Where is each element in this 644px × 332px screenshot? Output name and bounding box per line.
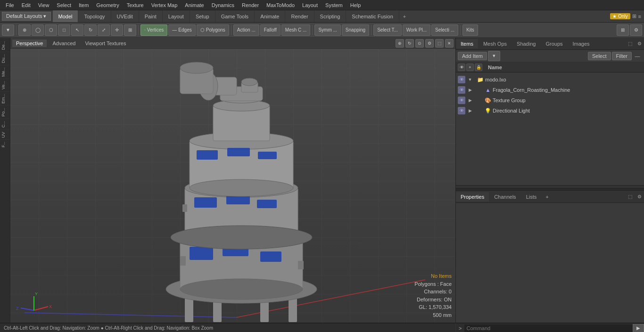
add-item-dropdown[interactable]: ▾ bbox=[488, 51, 500, 61]
layout-expand-icon[interactable]: ⊞ bbox=[632, 13, 636, 19]
menu-select[interactable]: Select bbox=[53, 1, 75, 9]
panel-tab-mesh-ops[interactable]: Mesh Ops bbox=[479, 39, 512, 49]
tree-eye-modo[interactable]: 👁 bbox=[458, 76, 465, 83]
menu-texture[interactable]: Texture bbox=[123, 1, 148, 9]
select-button[interactable]: Select bbox=[588, 52, 611, 60]
select-item-button[interactable]: Selecti ... bbox=[431, 24, 458, 36]
menu-animate[interactable]: Animate bbox=[181, 1, 207, 9]
component-vertices[interactable]: · Vertices bbox=[140, 24, 167, 36]
panel-settings-icon[interactable]: ⚙ bbox=[635, 38, 644, 50]
vp-ctrl-close[interactable]: ✕ bbox=[445, 39, 454, 48]
tab-scripting[interactable]: Scripting bbox=[314, 10, 347, 22]
vp-ctrl-zoom[interactable]: ⊙ bbox=[415, 39, 424, 48]
props-tab-lists[interactable]: Lists bbox=[521, 192, 542, 202]
tree-item-modo-lxo[interactable]: 👁 ▼ 📁 modo.lxo bbox=[456, 74, 644, 85]
sidebar-tab-c[interactable]: C... bbox=[0, 119, 10, 130]
vp-ctrl-expand[interactable]: ⬚ bbox=[435, 39, 444, 48]
tree-arrow-fragola[interactable]: ▶ bbox=[466, 88, 474, 92]
vp-ctrl-settings[interactable]: ⚙ bbox=[425, 39, 434, 48]
tool-scale[interactable]: ⤢ bbox=[98, 24, 110, 36]
tab-schematic-fusion[interactable]: Schematic Fusion bbox=[346, 10, 399, 22]
layout-dropdown[interactable]: Default Layouts ▾ bbox=[2, 12, 51, 21]
props-tab-properties[interactable]: Properties bbox=[456, 192, 489, 202]
tree-item-fragola[interactable]: 👁 ▶ ▲ Fragola_Corn_Roasting_Machine bbox=[456, 85, 644, 95]
filter-button[interactable]: Filter bbox=[612, 52, 632, 60]
menu-geometry[interactable]: Geometry bbox=[92, 1, 123, 9]
panel-tab-shading[interactable]: Shading bbox=[512, 39, 541, 49]
col-visibility-icon[interactable]: 👁 bbox=[458, 64, 465, 71]
tab-animate[interactable]: Animate bbox=[255, 10, 285, 22]
layout-settings-icon[interactable]: ≡ bbox=[638, 14, 641, 19]
tab-render[interactable]: Render bbox=[285, 10, 314, 22]
menu-item[interactable]: Item bbox=[75, 1, 92, 9]
props-tab-channels[interactable]: Channels bbox=[489, 192, 521, 202]
tool-rotate[interactable]: ↻ bbox=[84, 24, 97, 36]
tool-arrow[interactable]: ↖ bbox=[71, 24, 83, 36]
tab-game-tools[interactable]: Game Tools bbox=[215, 10, 255, 22]
sidebar-tab-ve[interactable]: Ve... bbox=[0, 79, 10, 91]
sidebar-tab-uv[interactable]: UV bbox=[0, 130, 10, 140]
col-add-icon[interactable]: + bbox=[466, 64, 474, 71]
tool-move[interactable]: ✛ bbox=[111, 24, 123, 36]
tree-arrow-modo[interactable]: ▼ bbox=[466, 77, 474, 82]
vp-tab-perspective[interactable]: Perspective bbox=[12, 40, 47, 47]
tree-eye-fragola[interactable]: 👁 bbox=[458, 86, 465, 94]
tab-setup[interactable]: Setup bbox=[190, 10, 215, 22]
tool-transform[interactable]: ⊞ bbox=[124, 24, 136, 36]
vp-ctrl-rotate[interactable]: ↻ bbox=[405, 39, 414, 48]
sidebar-tab-em[interactable]: Em... bbox=[0, 91, 10, 105]
menu-render[interactable]: Render bbox=[238, 1, 263, 9]
menu-file[interactable]: File bbox=[2, 1, 18, 9]
tab-model[interactable]: Model bbox=[53, 10, 79, 22]
add-item-button[interactable]: Add Item bbox=[458, 52, 487, 60]
menu-help[interactable]: Help bbox=[347, 1, 365, 9]
props-tab-add[interactable]: + bbox=[542, 192, 552, 202]
vp-tab-textures[interactable]: Viewport Textures bbox=[81, 40, 130, 47]
component-polygons[interactable]: ⬡ Polygons bbox=[197, 24, 229, 36]
tree-arrow-light[interactable]: ▶ bbox=[466, 108, 474, 113]
tree-item-texture-group[interactable]: 👁 ▶ 🎨 Texture Group bbox=[456, 95, 644, 105]
viewport-canvas[interactable]: X Z Y No Items Polygons : Face Channels:… bbox=[10, 49, 455, 323]
tool-circle[interactable]: ◯ bbox=[32, 24, 44, 36]
sidebar-tab-po[interactable]: Po... bbox=[0, 105, 10, 119]
tree-eye-texture[interactable]: 👁 bbox=[458, 97, 465, 104]
props-settings-icon[interactable]: ⚙ bbox=[635, 191, 644, 203]
tree-arrow-texture[interactable]: ▶ bbox=[466, 98, 474, 103]
sidebar-tab-de[interactable]: De... bbox=[0, 39, 10, 52]
tab-paint[interactable]: Paint bbox=[139, 10, 163, 22]
vp-tab-advanced[interactable]: Advanced bbox=[49, 40, 79, 47]
tab-uvedit[interactable]: UVEdit bbox=[111, 10, 139, 22]
tool-box[interactable]: □ bbox=[58, 24, 70, 36]
work-plane-button[interactable]: Work Pl... bbox=[403, 24, 430, 36]
star-badge[interactable]: ★ Only bbox=[610, 13, 630, 19]
tab-topology[interactable]: Topology bbox=[78, 10, 111, 22]
panel-tab-images[interactable]: Images bbox=[568, 39, 595, 49]
snapping-button[interactable]: Snapping bbox=[342, 24, 369, 36]
menu-maxtomodo[interactable]: MaxToModo bbox=[263, 1, 298, 9]
col-lock-icon[interactable]: 🔒 bbox=[475, 64, 482, 71]
tool-mode-1[interactable]: ▼ bbox=[2, 24, 14, 36]
falloff-button[interactable]: Falloff bbox=[260, 24, 281, 36]
sidebar-tab-du[interactable]: Du... bbox=[0, 52, 10, 65]
tree-eye-light[interactable]: 👁 bbox=[458, 107, 465, 114]
tab-add-icon[interactable]: + bbox=[399, 12, 410, 21]
component-edges[interactable]: — Edges bbox=[168, 24, 195, 36]
select-tools-button[interactable]: Select T... bbox=[373, 24, 402, 36]
command-run-button[interactable]: ▶ bbox=[633, 324, 644, 332]
panel-expand-icon[interactable]: ⬚ bbox=[625, 38, 635, 50]
panel-tab-items[interactable]: Items bbox=[456, 39, 479, 49]
menu-system[interactable]: System bbox=[322, 1, 347, 9]
menu-vertex-map[interactable]: Vertex Map bbox=[148, 1, 182, 9]
props-expand-icon[interactable]: ⬚ bbox=[625, 191, 635, 203]
items-toolbar-more[interactable]: — bbox=[633, 51, 642, 61]
menu-layout[interactable]: Layout bbox=[298, 1, 322, 9]
panel-tab-groups[interactable]: Groups bbox=[541, 39, 568, 49]
kits-button[interactable]: Kits bbox=[462, 24, 478, 36]
tool-settings-icon[interactable]: ⚙ bbox=[630, 24, 642, 36]
sidebar-tab-me[interactable]: Me... bbox=[0, 65, 10, 79]
tool-extra-icon[interactable]: ⊞ bbox=[617, 24, 629, 36]
menu-dynamics[interactable]: Dynamics bbox=[208, 1, 238, 9]
action-button[interactable]: Action ... bbox=[233, 24, 259, 36]
command-input[interactable] bbox=[464, 324, 633, 332]
menu-edit[interactable]: Edit bbox=[18, 1, 34, 9]
